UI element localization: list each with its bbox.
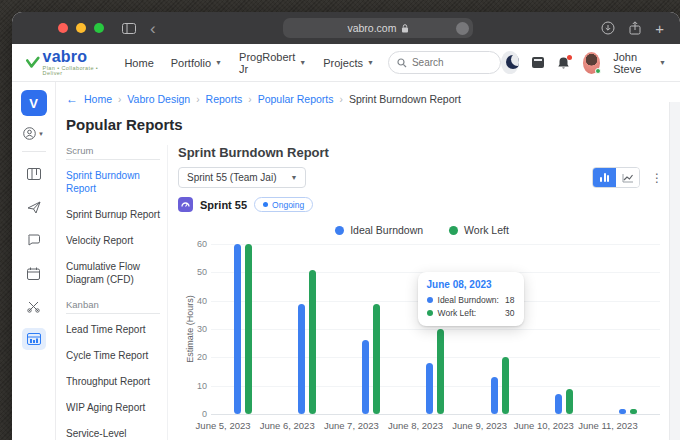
bar-group-june-11-2023 xyxy=(596,244,660,414)
main-nav: HomePortfolio▼ProgRobert Jr▼Projects▼ xyxy=(124,51,374,75)
bar-ideal-burndown[interactable] xyxy=(491,377,498,414)
chart-plot-area: June 08, 2023 Ideal Burndown:18Work Left… xyxy=(211,244,660,414)
sidebar-item-cumulative-flow-diagram-cfd[interactable]: Cumulative Flow Diagram (CFD) xyxy=(66,260,160,286)
share-icon[interactable] xyxy=(629,21,641,35)
breadcrumb-separator: › xyxy=(196,94,199,105)
calendar-icon[interactable] xyxy=(22,262,46,284)
search-box[interactable] xyxy=(388,51,501,74)
breadcrumb: ← Home›Vabro Design›Reports›Popular Repo… xyxy=(66,92,666,106)
tooltip-row: Ideal Burndown:18 xyxy=(427,295,515,305)
sidebar-item-sprint-burndown-report[interactable]: Sprint Burndown Report xyxy=(66,169,160,195)
minimize-window-icon[interactable] xyxy=(76,23,86,33)
workspace-tile[interactable]: V xyxy=(21,90,47,116)
status-label: Ongoing xyxy=(272,200,304,210)
x-tick-label: June 5, 2023 xyxy=(191,420,255,431)
bar-group-june-8-2023 xyxy=(403,244,467,414)
x-tick-label: June 6, 2023 xyxy=(255,420,319,431)
bar-chart-view-button[interactable] xyxy=(593,168,616,187)
chevron-down-icon: ▼ xyxy=(367,59,374,66)
bar-ideal-burndown[interactable] xyxy=(619,409,626,414)
icon-rail: V ▼ xyxy=(12,82,56,440)
sidebar-item-cycle-time-report[interactable]: Cycle Time Report xyxy=(66,349,160,362)
nav-item-progrobert-jr[interactable]: ProgRobert Jr▼ xyxy=(239,51,306,75)
more-options-icon[interactable]: ⋮ xyxy=(648,171,666,185)
browser-card-icon[interactable] xyxy=(532,57,544,68)
bar-ideal-burndown[interactable] xyxy=(298,304,305,415)
user-switcher[interactable]: ▼ xyxy=(23,127,44,140)
sidebar-item-wip-aging-report[interactable]: WIP Aging Report xyxy=(66,401,160,414)
logo-check-icon xyxy=(26,56,40,70)
bar-work-left[interactable] xyxy=(245,244,252,414)
sidebar-item-velocity-report[interactable]: Velocity Report xyxy=(66,234,160,247)
bar-work-left[interactable] xyxy=(373,304,380,415)
bar-group-june-10-2023 xyxy=(532,244,596,414)
bar-ideal-burndown[interactable] xyxy=(426,363,433,414)
bar-ideal-burndown[interactable] xyxy=(555,394,562,414)
chat-icon[interactable] xyxy=(22,229,46,251)
traffic-lights[interactable] xyxy=(58,23,104,33)
zoom-window-icon[interactable] xyxy=(94,23,104,33)
divider xyxy=(22,151,46,152)
user-menu[interactable]: John Steve ▼ xyxy=(613,51,666,75)
sidebar-toggle-icon[interactable] xyxy=(122,23,136,34)
new-tab-icon[interactable]: + xyxy=(655,21,664,36)
tooltip-dot xyxy=(427,310,433,316)
x-tick-label: June 9, 2023 xyxy=(448,420,512,431)
breadcrumb-link-popular-reports[interactable]: Popular Reports xyxy=(258,93,334,105)
nav-item-projects[interactable]: Projects▼ xyxy=(323,57,374,69)
back-arrow-icon[interactable]: ← xyxy=(66,92,78,106)
app-header: vabro Plan • Collaborate • Deliver HomeP… xyxy=(12,44,680,82)
bar-group-june-7-2023 xyxy=(339,244,403,414)
bar-work-left[interactable] xyxy=(630,409,637,414)
sprint-select[interactable]: Sprint 55 (Team Jai) ▼ xyxy=(178,167,306,188)
breadcrumb-current: Sprint Burndown Report xyxy=(349,93,461,105)
breadcrumb-link-reports[interactable]: Reports xyxy=(206,93,243,105)
y-tick: 20 xyxy=(197,352,207,362)
search-input[interactable] xyxy=(412,57,492,68)
breadcrumb-link-vabro-design[interactable]: Vabro Design xyxy=(127,93,190,105)
breadcrumb-link-home[interactable]: Home xyxy=(84,93,112,105)
downloads-icon[interactable] xyxy=(601,21,615,35)
sidebar-item-throughput-report[interactable]: Throughput Report xyxy=(66,375,160,388)
sidebar-item-service-level-agreement-sla-report[interactable]: Service-Level Agreement (SLA) Report xyxy=(66,427,160,440)
bar-work-left[interactable] xyxy=(502,357,509,414)
chart-view-toggle xyxy=(592,167,640,188)
legend-item-ideal-burndown[interactable]: Ideal Burndown xyxy=(335,224,423,236)
sprint-select-value: Sprint 55 (Team Jai) xyxy=(187,172,276,183)
bar-work-left[interactable] xyxy=(309,270,316,415)
close-window-icon[interactable] xyxy=(58,23,68,33)
board-icon[interactable] xyxy=(22,163,46,185)
online-status-dot xyxy=(595,68,601,74)
vabro-logo[interactable]: vabro Plan • Collaborate • Deliver xyxy=(26,49,108,77)
nav-item-portfolio[interactable]: Portfolio▼ xyxy=(171,57,222,69)
sidebar-item-sprint-burnup-report[interactable]: Sprint Burnup Report xyxy=(66,208,160,221)
bar-ideal-burndown[interactable] xyxy=(234,244,241,414)
dark-mode-toggle[interactable] xyxy=(501,51,519,74)
user-name: John Steve xyxy=(613,51,654,75)
lock-icon xyxy=(401,24,409,33)
sidebar-item-lead-time-report[interactable]: Lead Time Report xyxy=(66,323,160,336)
avatar[interactable] xyxy=(583,52,600,74)
y-tick: 10 xyxy=(197,381,207,391)
address-bar[interactable]: vabro.com xyxy=(283,18,473,38)
bar-group-june-5-2023 xyxy=(211,244,275,414)
url-text: vabro.com xyxy=(347,22,396,34)
chart-legend: Ideal BurndownWork Left xyxy=(178,224,666,236)
y-tick: 40 xyxy=(197,296,207,306)
nav-item-home[interactable]: Home xyxy=(124,57,153,69)
bar-ideal-burndown[interactable] xyxy=(362,340,369,414)
search-icon xyxy=(397,58,407,68)
x-tick-label: June 10, 2023 xyxy=(512,420,576,431)
scissors-icon[interactable] xyxy=(22,295,46,317)
bar-work-left[interactable] xyxy=(437,329,444,414)
send-icon[interactable] xyxy=(22,196,46,218)
legend-item-work-left[interactable]: Work Left xyxy=(449,224,509,236)
x-axis-labels: June 5, 2023June 6, 2023June 7, 2023June… xyxy=(191,420,640,431)
x-tick-label: June 8, 2023 xyxy=(383,420,447,431)
line-chart-view-button[interactable] xyxy=(616,168,639,187)
sprint-icon xyxy=(178,197,193,212)
reports-icon[interactable] xyxy=(22,328,46,350)
bar-work-left[interactable] xyxy=(566,389,573,415)
extension-badge-icon[interactable] xyxy=(456,22,469,35)
notifications-button[interactable] xyxy=(557,56,570,70)
